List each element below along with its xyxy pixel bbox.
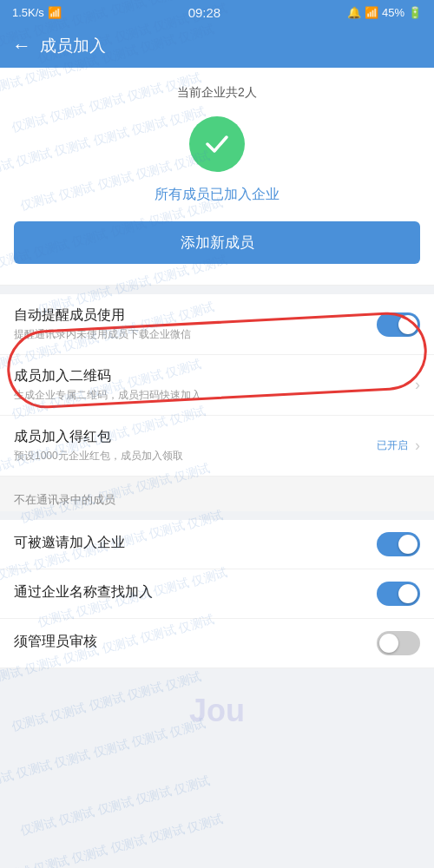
status-bar: 1.5K/s 📶 09:28 🔔 📶 45% 🔋 (0, 0, 434, 24)
auto-remind-toggle[interactable] (377, 312, 420, 337)
toggle-knob-2 (398, 535, 418, 554)
auto-remind-subtitle: 提醒通讯录内未使用成员下载企业微信 (14, 327, 377, 342)
battery-icon: 🔋 (408, 6, 422, 19)
red-envelope-item[interactable]: 成员加入得红包 预设1000元企业红包，成员加入领取 已开启 › (0, 416, 434, 477)
invite-toggle[interactable] (377, 532, 420, 556)
status-left: 1.5K/s 📶 (12, 6, 62, 19)
qrcode-subtitle: 生成企业专属二维码，成员扫码快速加入 (14, 388, 408, 403)
qrcode-title: 成员加入二维码 (14, 367, 408, 385)
watermark: 仅测试 仅测试 仅测试 仅测试 仅测试 (19, 773, 213, 839)
search-name-item[interactable]: 通过企业名称查找加入 (0, 569, 434, 619)
red-envelope-left: 成员加入得红包 预设1000元企业红包，成员加入领取 (14, 428, 370, 464)
admin-review-title: 须管理员审核 (14, 633, 377, 651)
status-right: 🔔 📶 45% 🔋 (347, 6, 422, 19)
bottom-area: Jou (0, 668, 434, 738)
admin-review-toggle[interactable] (377, 631, 420, 655)
red-envelope-badge: 已开启 (377, 438, 408, 453)
toggle-knob (398, 315, 418, 334)
search-name-toggle[interactable] (377, 582, 420, 606)
red-envelope-subtitle: 预设1000元企业红包，成员加入领取 (14, 449, 370, 464)
checkmark-icon (201, 128, 233, 160)
battery-text: 45% (382, 6, 404, 19)
member-count-text: 当前企业共2人 (14, 85, 420, 101)
qrcode-item[interactable]: 成员加入二维码 生成企业专属二维码，成员扫码快速加入 › (0, 355, 434, 416)
settings-section: 自动提醒成员使用 提醒通讯录内未使用成员下载企业微信 成员加入二维码 生成企业专… (0, 294, 434, 477)
bottom-watermark-text: Jou (189, 693, 245, 729)
network-speed: 1.5K/s (12, 6, 44, 19)
section-divider (0, 477, 434, 485)
section-header: 不在通讯录中的成员 (0, 485, 434, 511)
invite-title: 可被邀请加入企业 (14, 534, 377, 552)
admin-review-item[interactable]: 须管理员审核 (0, 619, 434, 668)
bottom-section: 可被邀请加入企业 通过企业名称查找加入 须管理员审核 (0, 520, 434, 668)
wifi-icon: 📶 (365, 6, 378, 19)
invite-left: 可被邀请加入企业 (14, 534, 377, 555)
watermark: 仅测试 仅测试 仅测试 仅测试 仅测试 仅测试 (0, 812, 225, 868)
red-envelope-title: 成员加入得红包 (14, 428, 370, 446)
top-section: 当前企业共2人 所有成员已加入企业 添加新成员 (0, 68, 434, 286)
toggle-knob-4 (379, 634, 398, 653)
signal-icon: 📶 (48, 6, 62, 19)
qrcode-arrow: › (415, 376, 420, 394)
qrcode-left: 成员加入二维码 生成企业专属二维码，成员扫码快速加入 (14, 367, 408, 403)
toggle-knob-3 (398, 584, 418, 603)
back-button[interactable]: ← (12, 35, 31, 57)
invite-item[interactable]: 可被邀请加入企业 (0, 520, 434, 569)
header: ← 成员加入 (0, 24, 434, 68)
search-name-left: 通过企业名称查找加入 (14, 583, 377, 604)
page-title: 成员加入 (40, 35, 106, 57)
auto-remind-item[interactable]: 自动提醒成员使用 提醒通讯录内未使用成员下载企业微信 (0, 294, 434, 355)
notification-icon: 🔔 (347, 6, 361, 19)
red-envelope-arrow: › (415, 437, 420, 455)
admin-review-left: 须管理员审核 (14, 633, 377, 654)
auto-remind-left: 自动提醒成员使用 提醒通讯录内未使用成员下载企业微信 (14, 306, 377, 342)
auto-remind-title: 自动提醒成员使用 (14, 306, 377, 325)
all-joined-text: 所有成员已加入企业 (14, 186, 420, 204)
add-member-button[interactable]: 添加新成员 (14, 221, 420, 264)
status-time: 09:28 (188, 5, 221, 20)
main-content: 当前企业共2人 所有成员已加入企业 添加新成员 自动提醒成员使用 提醒通讯录内未… (0, 68, 434, 738)
check-circle (189, 116, 245, 172)
search-name-title: 通过企业名称查找加入 (14, 583, 377, 602)
